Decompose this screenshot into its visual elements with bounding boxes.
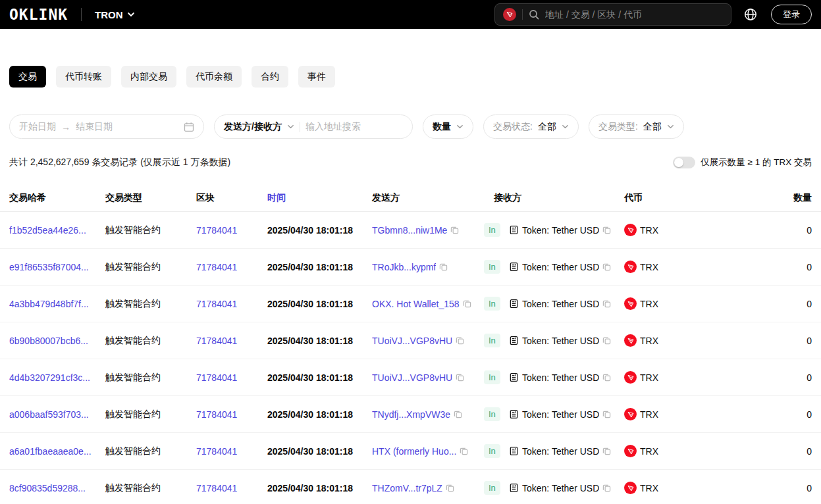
copy-icon[interactable] bbox=[456, 336, 464, 345]
direction-badge: In bbox=[484, 260, 500, 274]
from-address-link[interactable]: OKX. Hot Wallet_158 bbox=[372, 299, 460, 309]
trx-token-icon bbox=[624, 371, 637, 384]
status-filter[interactable]: 交易状态: 全部 bbox=[483, 114, 579, 139]
table-row: 4d4b3207291cf3c... 触发智能合约 71784041 2025/… bbox=[0, 359, 821, 396]
from-address-link[interactable]: THZomV...tr7pLZ bbox=[372, 483, 442, 493]
contract-icon bbox=[509, 262, 519, 272]
oklink-logo[interactable]: OKLINK bbox=[9, 6, 68, 23]
from-address-link[interactable]: TUoiVJ...VGP8vHU bbox=[372, 336, 452, 346]
to-address[interactable]: Token: Tether USD bbox=[522, 483, 599, 493]
filter-bar: 开始日期 → 结束日期 发送方/接收方 输入地址搜索 数量 交易状态: 全部 交… bbox=[9, 114, 812, 139]
date-start-input[interactable]: 开始日期 bbox=[19, 121, 56, 133]
from-address-link[interactable]: TRoJkb...kypmf bbox=[372, 262, 436, 272]
search-box[interactable] bbox=[494, 3, 731, 26]
copy-icon[interactable] bbox=[602, 484, 611, 492]
amount-filter[interactable]: 数量 bbox=[423, 114, 473, 139]
topbar: OKLINK TRON 登录 bbox=[0, 0, 821, 29]
token-symbol: TRX bbox=[640, 372, 658, 383]
copy-icon[interactable] bbox=[602, 299, 611, 308]
block-link[interactable]: 71784041 bbox=[196, 372, 237, 383]
tab[interactable]: 代币转账 bbox=[56, 66, 111, 88]
tx-hash-link[interactable]: 4a3bb479d48bf7f... bbox=[9, 299, 89, 309]
tx-type: 触发智能合约 bbox=[105, 445, 196, 457]
tab[interactable]: 代币余额 bbox=[186, 66, 242, 88]
date-end-input[interactable]: 结束日期 bbox=[76, 121, 113, 133]
direction-badge: In bbox=[484, 370, 500, 385]
tab[interactable]: 交易 bbox=[9, 66, 46, 88]
tab[interactable]: 内部交易 bbox=[121, 66, 176, 88]
copy-icon[interactable] bbox=[446, 484, 454, 492]
copy-icon[interactable] bbox=[460, 447, 468, 455]
tx-hash-link[interactable]: 8cf90835d59288... bbox=[9, 483, 86, 493]
tx-hash-link[interactable]: 6b90b80007bcb6... bbox=[9, 336, 88, 346]
trx-token-icon bbox=[624, 482, 637, 494]
tx-type: 触发智能合约 bbox=[105, 335, 196, 347]
from-address-link[interactable]: TUoiVJ...VGP8vHU bbox=[372, 372, 452, 383]
block-link[interactable]: 71784041 bbox=[196, 483, 237, 493]
tx-amount: 0 bbox=[724, 446, 812, 457]
table-row: f1b52d5ea44e26... 触发智能合约 71784041 2025/0… bbox=[0, 212, 821, 249]
to-address[interactable]: Token: Tether USD bbox=[522, 446, 599, 457]
copy-icon[interactable] bbox=[602, 373, 611, 382]
to-address[interactable]: Token: Tether USD bbox=[522, 336, 599, 346]
copy-icon[interactable] bbox=[439, 263, 448, 271]
table-body: f1b52d5ea44e26... 触发智能合约 71784041 2025/0… bbox=[0, 212, 821, 504]
copy-icon[interactable] bbox=[602, 336, 611, 345]
copy-icon[interactable] bbox=[463, 299, 471, 308]
block-link[interactable]: 71784041 bbox=[196, 446, 237, 457]
to-address[interactable]: Token: Tether USD bbox=[522, 262, 599, 272]
to-address[interactable]: Token: Tether USD bbox=[522, 409, 599, 420]
direction-select[interactable]: 发送方/接收方 bbox=[224, 121, 282, 133]
chain-selector[interactable]: TRON bbox=[95, 9, 135, 20]
language-selector[interactable] bbox=[743, 7, 758, 22]
table-header-row: 交易哈希 交易类型 区块 时间 发送方 接收方 代币 数量 bbox=[0, 184, 821, 212]
type-filter[interactable]: 交易类型: 全部 bbox=[589, 114, 684, 139]
transactions-table: 交易哈希 交易类型 区块 时间 发送方 接收方 代币 数量 f1b52d5ea4… bbox=[0, 184, 821, 504]
search-input[interactable] bbox=[545, 9, 723, 20]
tab[interactable]: 事件 bbox=[298, 66, 335, 88]
block-link[interactable]: 71784041 bbox=[196, 409, 237, 420]
tx-amount: 0 bbox=[724, 299, 812, 309]
to-address[interactable]: Token: Tether USD bbox=[522, 225, 599, 236]
direction-badge: In bbox=[484, 223, 500, 238]
copy-icon[interactable] bbox=[450, 226, 459, 234]
chain-selector-label: TRON bbox=[95, 9, 123, 20]
col-header-block: 区块 bbox=[196, 192, 267, 204]
type-filter-value: 全部 bbox=[643, 121, 662, 133]
copy-icon[interactable] bbox=[454, 410, 462, 418]
col-header-time[interactable]: 时间 bbox=[267, 192, 372, 204]
tx-amount: 0 bbox=[724, 225, 812, 236]
tx-hash-link[interactable]: e91f86535f87004... bbox=[9, 262, 89, 272]
login-button[interactable]: 登录 bbox=[771, 5, 812, 24]
col-header-type: 交易类型 bbox=[105, 192, 196, 204]
trx-token-icon bbox=[624, 297, 637, 310]
copy-icon[interactable] bbox=[602, 447, 611, 455]
tab[interactable]: 合约 bbox=[252, 66, 288, 88]
from-address-link[interactable]: TNydfj...XmpVW3e bbox=[372, 409, 450, 420]
tx-type: 触发智能合约 bbox=[105, 372, 196, 384]
tx-hash-link[interactable]: a6a01fbaeaaea0e... bbox=[9, 446, 92, 457]
tx-time: 2025/04/30 18:01:18 bbox=[267, 225, 372, 236]
block-link[interactable]: 71784041 bbox=[196, 336, 237, 346]
block-link[interactable]: 71784041 bbox=[196, 262, 237, 272]
block-link[interactable]: 71784041 bbox=[196, 225, 237, 236]
address-search-input[interactable]: 输入地址搜索 bbox=[305, 121, 361, 133]
from-address-link[interactable]: TGbmn8...niw1Me bbox=[372, 225, 447, 236]
address-search-filter[interactable]: 发送方/接收方 输入地址搜索 bbox=[214, 114, 413, 139]
to-address[interactable]: Token: Tether USD bbox=[522, 299, 599, 309]
date-range-filter[interactable]: 开始日期 → 结束日期 bbox=[9, 114, 204, 139]
block-link[interactable]: 71784041 bbox=[196, 299, 237, 309]
tx-hash-link[interactable]: f1b52d5ea44e26... bbox=[9, 225, 86, 236]
copy-icon[interactable] bbox=[602, 263, 611, 271]
copy-icon[interactable] bbox=[602, 226, 611, 234]
from-address-link[interactable]: HTX (formerly Huo... bbox=[372, 446, 456, 457]
tx-hash-link[interactable]: 4d4b3207291cf3c... bbox=[9, 372, 90, 383]
to-address[interactable]: Token: Tether USD bbox=[522, 372, 599, 383]
trx-only-toggle[interactable] bbox=[673, 157, 695, 168]
tx-type: 触发智能合约 bbox=[105, 298, 196, 310]
tx-amount: 0 bbox=[724, 336, 812, 346]
tx-amount: 0 bbox=[724, 409, 812, 420]
copy-icon[interactable] bbox=[456, 373, 464, 382]
tx-hash-link[interactable]: a006baaf593f703... bbox=[9, 409, 89, 420]
copy-icon[interactable] bbox=[602, 410, 611, 418]
